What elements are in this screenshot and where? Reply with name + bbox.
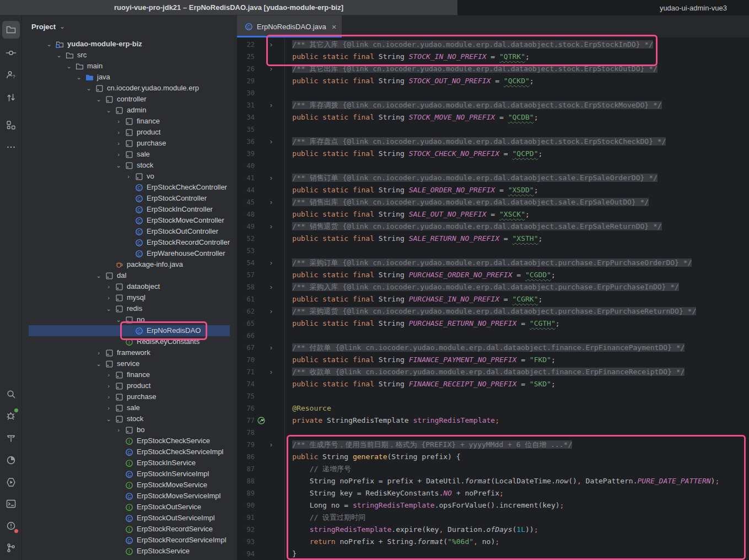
chevron-right-icon[interactable]: › xyxy=(105,391,112,402)
chevron-right-icon[interactable]: › xyxy=(105,369,112,380)
tree-item-cn-iocoder-yudao-module-erp[interactable]: ⌄cn.iocoder.yudao.module.erp xyxy=(22,83,237,94)
code-line-30[interactable]: 30 xyxy=(237,87,749,99)
code-line-71[interactable]: 71› /** 收款单 {@link cn.iocoder.yudao.modu… xyxy=(237,366,749,378)
tree-item-stock[interactable]: ⌄stock xyxy=(22,160,237,171)
tree-item-admin[interactable]: ⌄admin xyxy=(22,105,237,116)
chevron-down-icon[interactable]: ⌄ xyxy=(95,358,103,369)
chevron-right-icon[interactable]: › xyxy=(115,149,122,160)
code-line-86[interactable]: 86 public String generate(String prefix)… xyxy=(237,451,749,463)
tool-stripe-problems-button[interactable] xyxy=(2,517,20,535)
chevron-right-icon[interactable]: › xyxy=(115,127,122,138)
tool-stripe-debug-button[interactable] xyxy=(2,407,20,424)
chevron-down-icon[interactable]: ⌄ xyxy=(115,314,122,325)
tree-item-erpstockcheckserviceimpl[interactable]: CErpStockCheckServiceImpl xyxy=(22,446,237,457)
tree-item-sale[interactable]: ›sale xyxy=(22,402,237,413)
chevron-right-icon[interactable]: › xyxy=(95,347,103,358)
code-line-66[interactable]: 66 xyxy=(237,330,749,342)
code-line-40[interactable]: 40 xyxy=(237,160,749,172)
tree-item-purchase[interactable]: ›purchase xyxy=(22,391,237,402)
chevron-right-icon[interactable]: › xyxy=(105,380,112,391)
tree-item-service[interactable]: ⌄service xyxy=(22,358,237,369)
tool-stripe-commit-button[interactable] xyxy=(2,44,20,62)
tree-item-erpstockinservice[interactable]: IErpStockInService xyxy=(22,457,237,469)
chevron-right-icon[interactable]: › xyxy=(115,138,122,149)
code-line-22[interactable]: 22› /** 其它入库 {@link cn.iocoder.yudao.mod… xyxy=(237,39,749,51)
code-line-45[interactable]: 45› /** 销售出库 {@link cn.iocoder.yudao.mod… xyxy=(237,196,749,208)
chevron-down-icon[interactable]: ⌄ xyxy=(45,39,53,50)
editor-tab-erpnoredisdao[interactable]: C ErpNoRedisDAO.java × xyxy=(237,15,342,37)
tree-item-erpstockcontroller[interactable]: CErpStockController xyxy=(22,193,237,204)
code-line-76[interactable]: 76 @Resource xyxy=(237,402,749,414)
fold-arrow-icon[interactable]: › xyxy=(267,281,275,293)
code-line-88[interactable]: 88 String noPrefix = prefix + DateUtil.f… xyxy=(237,475,749,487)
chevron-right-icon[interactable]: › xyxy=(105,292,112,303)
fold-arrow-icon[interactable]: › xyxy=(267,136,275,148)
code-line-67[interactable]: 67› /** 付款单 {@link cn.iocoder.yudao.modu… xyxy=(237,342,749,354)
chevron-down-icon[interactable]: ⌄ xyxy=(115,160,122,171)
tree-item-erpstockservice[interactable]: IErpStockService xyxy=(22,546,237,557)
chevron-right-icon[interactable]: › xyxy=(125,171,132,182)
code-line-58[interactable]: 58› /** 采购入库 {@link cn.iocoder.yudao.mod… xyxy=(237,281,749,293)
fold-arrow-icon[interactable]: › xyxy=(267,257,275,269)
project-panel-header[interactable]: Project ⌄ xyxy=(22,15,237,37)
fold-arrow-icon[interactable]: › xyxy=(267,63,275,75)
tree-item-rediskeyconstants[interactable]: IRedisKeyConstants xyxy=(22,336,237,347)
code-line-90[interactable]: 90 Long no = stringRedisTemplate.opsForV… xyxy=(237,499,749,511)
tree-item-erpstockmoveserviceimpl[interactable]: CErpStockMoveServiceImpl xyxy=(22,491,237,502)
tree-item-erpnoredisdao[interactable]: CErpNoRedisDAO xyxy=(22,325,237,336)
code-line-89[interactable]: 89 String key = RedisKeyConstants.NO + n… xyxy=(237,487,749,499)
tree-item-finance[interactable]: ›finance xyxy=(22,369,237,380)
chevron-down-icon[interactable]: ⌄ xyxy=(95,270,103,281)
tool-stripe-more-button[interactable] xyxy=(2,138,20,156)
tool-stripe-user-help-button[interactable]: ? xyxy=(2,66,20,84)
code-line-25[interactable]: 25 public static final String STOCK_IN_N… xyxy=(237,51,749,63)
code-line-57[interactable]: 57 public static final String PURCHASE_O… xyxy=(237,269,749,281)
code-line-54[interactable]: 54› /** 采购订单 {@link cn.iocoder.yudao.mod… xyxy=(237,257,749,269)
tool-stripe-terminal-button[interactable] xyxy=(2,495,20,513)
code-line-87[interactable]: 87 // 递增序号 xyxy=(237,463,749,475)
code-line-91[interactable]: 91 // 设置过期时间 xyxy=(237,511,749,524)
tree-item-dal[interactable]: ⌄dal xyxy=(22,270,237,281)
tree-item-redis[interactable]: ⌄redis xyxy=(22,303,237,314)
code-line-44[interactable]: 44 public static final String SALE_ORDER… xyxy=(237,184,749,196)
code-line-61[interactable]: 61 public static final String PURCHASE_I… xyxy=(237,293,749,305)
tree-item-bo[interactable]: ›bo xyxy=(22,424,237,435)
tree-item-dataobject[interactable]: ›dataobject xyxy=(22,281,237,292)
tool-stripe-build-button[interactable] xyxy=(2,429,20,447)
tree-item-erpstockrecordcontroller[interactable]: CErpStockRecordController xyxy=(22,237,237,248)
tool-stripe-profiler-button[interactable] xyxy=(2,451,20,469)
code-line-41[interactable]: 41› /** 销售订单 {@link cn.iocoder.yudao.mod… xyxy=(237,172,749,184)
code-line-35[interactable]: 35 xyxy=(237,123,749,136)
tree-item-product[interactable]: ›product xyxy=(22,127,237,138)
tree-item-stock[interactable]: ⌄stock xyxy=(22,413,237,424)
tree-item-controller[interactable]: ⌄controller xyxy=(22,94,237,105)
tree-item-main[interactable]: ⌄main xyxy=(22,61,237,72)
spring-bean-icon[interactable] xyxy=(257,416,266,425)
background-window-titlebar[interactable]: yudao-ui-admin-vue3 xyxy=(457,0,749,15)
fold-arrow-icon[interactable]: › xyxy=(267,305,275,317)
tree-item-erpstockoutservice[interactable]: IErpStockOutService xyxy=(22,502,237,513)
code-line-26[interactable]: 26› /** 其它出库 {@link cn.iocoder.yudao.mod… xyxy=(237,63,749,75)
fold-arrow-icon[interactable]: › xyxy=(267,172,275,184)
tool-stripe-project-folder-button[interactable] xyxy=(2,21,20,39)
tool-stripe-pull-requests-button[interactable] xyxy=(2,89,20,106)
code-line-52[interactable]: 52 public static final String SALE_RETUR… xyxy=(237,233,749,245)
chevron-right-icon[interactable]: › xyxy=(105,402,112,413)
chevron-down-icon[interactable]: ⌄ xyxy=(105,105,112,116)
tree-item-purchase[interactable]: ›purchase xyxy=(22,138,237,149)
tree-item-erpstockinserviceimpl[interactable]: CErpStockInServiceImpl xyxy=(22,469,237,480)
chevron-down-icon[interactable]: ⌄ xyxy=(105,413,112,424)
chevron-right-icon[interactable]: › xyxy=(115,116,122,127)
tree-item-erpstockrecordservice[interactable]: IErpStockRecordService xyxy=(22,524,237,535)
code-line-49[interactable]: 49› /** 销售退货 {@link cn.iocoder.yudao.mod… xyxy=(237,220,749,233)
tree-item-erpstockincontroller[interactable]: CErpStockInController xyxy=(22,204,237,215)
tree-item-no[interactable]: ⌄no xyxy=(22,314,237,325)
fold-arrow-icon[interactable]: › xyxy=(267,220,275,233)
fold-arrow-icon[interactable]: › xyxy=(267,439,275,451)
code-line-77[interactable]: 77 private StringRedisTemplate stringRed… xyxy=(237,414,749,427)
code-line-78[interactable]: 78 xyxy=(237,427,749,439)
chevron-right-icon[interactable]: › xyxy=(115,424,122,435)
tree-item-yudao-module-erp-biz[interactable]: ⌄yudao-module-erp-biz xyxy=(22,39,237,50)
code-line-36[interactable]: 36› /** 库存盘点 {@link cn.iocoder.yudao.mod… xyxy=(237,136,749,148)
code-line-92[interactable]: 92 stringRedisTemplate.expire(key, Durat… xyxy=(237,524,749,536)
